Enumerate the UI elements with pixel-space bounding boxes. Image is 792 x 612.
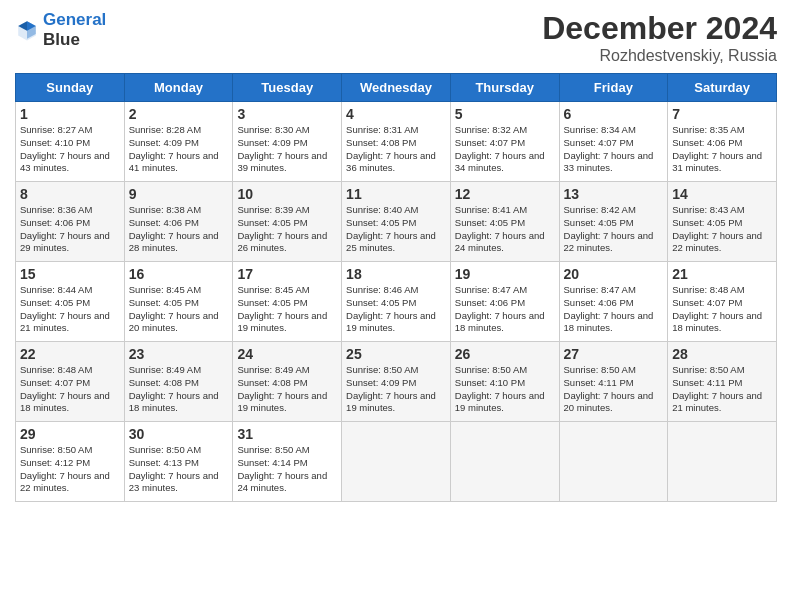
table-cell: 30Sunrise: 8:50 AMSunset: 4:13 PMDayligh…: [124, 422, 233, 502]
cell-content: Sunrise: 8:34 AMSunset: 4:07 PMDaylight:…: [564, 124, 664, 175]
table-cell: 1Sunrise: 8:27 AMSunset: 4:10 PMDaylight…: [16, 102, 125, 182]
logo-blue: Blue: [43, 30, 106, 50]
table-cell: [342, 422, 451, 502]
col-friday: Friday: [559, 74, 668, 102]
day-number: 21: [672, 266, 772, 282]
day-number: 9: [129, 186, 229, 202]
day-number: 17: [237, 266, 337, 282]
day-number: 4: [346, 106, 446, 122]
day-number: 29: [20, 426, 120, 442]
cell-content: Sunrise: 8:32 AMSunset: 4:07 PMDaylight:…: [455, 124, 555, 175]
cell-content: Sunrise: 8:50 AMSunset: 4:10 PMDaylight:…: [455, 364, 555, 415]
cell-content: Sunrise: 8:48 AMSunset: 4:07 PMDaylight:…: [20, 364, 120, 415]
cell-content: Sunrise: 8:49 AMSunset: 4:08 PMDaylight:…: [237, 364, 337, 415]
cell-content: Sunrise: 8:31 AMSunset: 4:08 PMDaylight:…: [346, 124, 446, 175]
cell-content: Sunrise: 8:50 AMSunset: 4:13 PMDaylight:…: [129, 444, 229, 495]
logo-general: General: [43, 10, 106, 29]
table-cell: 19Sunrise: 8:47 AMSunset: 4:06 PMDayligh…: [450, 262, 559, 342]
cell-content: Sunrise: 8:50 AMSunset: 4:12 PMDaylight:…: [20, 444, 120, 495]
table-cell: [450, 422, 559, 502]
table-cell: 6Sunrise: 8:34 AMSunset: 4:07 PMDaylight…: [559, 102, 668, 182]
day-number: 25: [346, 346, 446, 362]
day-number: 2: [129, 106, 229, 122]
table-cell: 17Sunrise: 8:45 AMSunset: 4:05 PMDayligh…: [233, 262, 342, 342]
day-number: 31: [237, 426, 337, 442]
day-number: 24: [237, 346, 337, 362]
day-number: 18: [346, 266, 446, 282]
day-number: 14: [672, 186, 772, 202]
day-number: 13: [564, 186, 664, 202]
table-cell: 23Sunrise: 8:49 AMSunset: 4:08 PMDayligh…: [124, 342, 233, 422]
cell-content: Sunrise: 8:36 AMSunset: 4:06 PMDaylight:…: [20, 204, 120, 255]
day-number: 20: [564, 266, 664, 282]
col-saturday: Saturday: [668, 74, 777, 102]
day-number: 30: [129, 426, 229, 442]
logo: General Blue: [15, 10, 106, 49]
cell-content: Sunrise: 8:50 AMSunset: 4:11 PMDaylight:…: [672, 364, 772, 415]
logo-text: General Blue: [43, 10, 106, 49]
day-number: 7: [672, 106, 772, 122]
table-cell: 5Sunrise: 8:32 AMSunset: 4:07 PMDaylight…: [450, 102, 559, 182]
calendar-container: General Blue December 2024 Rozhdestvensk…: [0, 0, 792, 512]
cell-content: Sunrise: 8:28 AMSunset: 4:09 PMDaylight:…: [129, 124, 229, 175]
table-row: 1Sunrise: 8:27 AMSunset: 4:10 PMDaylight…: [16, 102, 777, 182]
col-wednesday: Wednesday: [342, 74, 451, 102]
day-number: 23: [129, 346, 229, 362]
day-number: 6: [564, 106, 664, 122]
day-number: 15: [20, 266, 120, 282]
col-thursday: Thursday: [450, 74, 559, 102]
day-number: 19: [455, 266, 555, 282]
day-number: 16: [129, 266, 229, 282]
table-cell: 8Sunrise: 8:36 AMSunset: 4:06 PMDaylight…: [16, 182, 125, 262]
table-cell: [668, 422, 777, 502]
day-number: 1: [20, 106, 120, 122]
table-cell: [559, 422, 668, 502]
day-number: 27: [564, 346, 664, 362]
table-cell: 12Sunrise: 8:41 AMSunset: 4:05 PMDayligh…: [450, 182, 559, 262]
day-number: 12: [455, 186, 555, 202]
day-number: 10: [237, 186, 337, 202]
cell-content: Sunrise: 8:49 AMSunset: 4:08 PMDaylight:…: [129, 364, 229, 415]
table-row: 29Sunrise: 8:50 AMSunset: 4:12 PMDayligh…: [16, 422, 777, 502]
cell-content: Sunrise: 8:45 AMSunset: 4:05 PMDaylight:…: [129, 284, 229, 335]
day-number: 22: [20, 346, 120, 362]
col-tuesday: Tuesday: [233, 74, 342, 102]
table-cell: 9Sunrise: 8:38 AMSunset: 4:06 PMDaylight…: [124, 182, 233, 262]
day-number: 5: [455, 106, 555, 122]
table-row: 22Sunrise: 8:48 AMSunset: 4:07 PMDayligh…: [16, 342, 777, 422]
cell-content: Sunrise: 8:44 AMSunset: 4:05 PMDaylight:…: [20, 284, 120, 335]
table-cell: 21Sunrise: 8:48 AMSunset: 4:07 PMDayligh…: [668, 262, 777, 342]
calendar-table: Sunday Monday Tuesday Wednesday Thursday…: [15, 73, 777, 502]
table-cell: 26Sunrise: 8:50 AMSunset: 4:10 PMDayligh…: [450, 342, 559, 422]
header: General Blue December 2024 Rozhdestvensk…: [15, 10, 777, 65]
table-cell: 13Sunrise: 8:42 AMSunset: 4:05 PMDayligh…: [559, 182, 668, 262]
location-subtitle: Rozhdestvenskiy, Russia: [542, 47, 777, 65]
day-number: 11: [346, 186, 446, 202]
cell-content: Sunrise: 8:39 AMSunset: 4:05 PMDaylight:…: [237, 204, 337, 255]
cell-content: Sunrise: 8:50 AMSunset: 4:14 PMDaylight:…: [237, 444, 337, 495]
table-cell: 22Sunrise: 8:48 AMSunset: 4:07 PMDayligh…: [16, 342, 125, 422]
cell-content: Sunrise: 8:43 AMSunset: 4:05 PMDaylight:…: [672, 204, 772, 255]
cell-content: Sunrise: 8:50 AMSunset: 4:09 PMDaylight:…: [346, 364, 446, 415]
cell-content: Sunrise: 8:35 AMSunset: 4:06 PMDaylight:…: [672, 124, 772, 175]
table-row: 8Sunrise: 8:36 AMSunset: 4:06 PMDaylight…: [16, 182, 777, 262]
cell-content: Sunrise: 8:47 AMSunset: 4:06 PMDaylight:…: [455, 284, 555, 335]
day-number: 26: [455, 346, 555, 362]
cell-content: Sunrise: 8:42 AMSunset: 4:05 PMDaylight:…: [564, 204, 664, 255]
cell-content: Sunrise: 8:30 AMSunset: 4:09 PMDaylight:…: [237, 124, 337, 175]
logo-icon: [15, 18, 39, 42]
col-monday: Monday: [124, 74, 233, 102]
table-cell: 2Sunrise: 8:28 AMSunset: 4:09 PMDaylight…: [124, 102, 233, 182]
day-number: 3: [237, 106, 337, 122]
table-cell: 24Sunrise: 8:49 AMSunset: 4:08 PMDayligh…: [233, 342, 342, 422]
table-cell: 31Sunrise: 8:50 AMSunset: 4:14 PMDayligh…: [233, 422, 342, 502]
cell-content: Sunrise: 8:50 AMSunset: 4:11 PMDaylight:…: [564, 364, 664, 415]
table-cell: 14Sunrise: 8:43 AMSunset: 4:05 PMDayligh…: [668, 182, 777, 262]
cell-content: Sunrise: 8:45 AMSunset: 4:05 PMDaylight:…: [237, 284, 337, 335]
month-title: December 2024: [542, 10, 777, 47]
header-row: Sunday Monday Tuesday Wednesday Thursday…: [16, 74, 777, 102]
table-cell: 28Sunrise: 8:50 AMSunset: 4:11 PMDayligh…: [668, 342, 777, 422]
day-number: 8: [20, 186, 120, 202]
table-cell: 29Sunrise: 8:50 AMSunset: 4:12 PMDayligh…: [16, 422, 125, 502]
table-cell: 15Sunrise: 8:44 AMSunset: 4:05 PMDayligh…: [16, 262, 125, 342]
